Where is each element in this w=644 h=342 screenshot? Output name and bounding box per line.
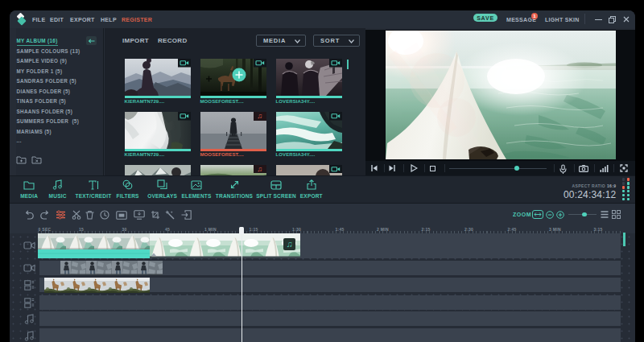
svg-text:♫: ♫	[286, 239, 292, 249]
